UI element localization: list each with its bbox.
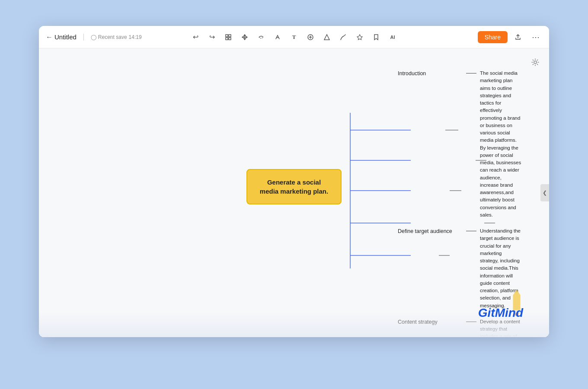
toolbar-left: ← Untitled ◯ Recent save 14:19 — [46, 33, 142, 41]
undo-button[interactable]: ↩ — [189, 30, 202, 44]
draw-tool-button[interactable] — [336, 30, 350, 44]
branch-label-introduction: Introduction — [398, 70, 463, 77]
add-tool-button[interactable] — [304, 30, 317, 44]
save-label: Recent save — [98, 34, 127, 40]
document-title: Untitled — [54, 33, 77, 41]
svg-rect-0 — [226, 35, 228, 37]
save-info: ◯ Recent save 14:19 — [91, 34, 142, 40]
text-tool-button[interactable]: T — [287, 30, 301, 44]
shape-tool-button[interactable] — [320, 30, 334, 44]
canvas-area[interactable]: Generate a social media marketing plan. … — [39, 48, 549, 337]
central-node-text: Generate a social media marketing plan. — [260, 179, 328, 195]
watermark-text: GitMind — [478, 306, 523, 319]
branch-dash-introduction — [466, 73, 476, 73]
app-window: ← Untitled ◯ Recent save 14:19 ↩ ↪ — [39, 26, 549, 337]
style-tool-button[interactable] — [271, 30, 284, 44]
gitmind-watermark: GitMind — [478, 306, 523, 320]
move-tool-button[interactable] — [238, 30, 252, 44]
redo-button[interactable]: ↪ — [205, 30, 219, 44]
back-button[interactable]: ← Untitled — [46, 33, 77, 41]
select-tool-button[interactable] — [221, 30, 235, 44]
toolbar: ← Untitled ◯ Recent save 14:19 ↩ ↪ — [39, 26, 549, 48]
central-node[interactable]: Generate a social media marketing plan. — [246, 169, 342, 204]
canvas-settings-button[interactable] — [528, 55, 542, 69]
branch-target-audience: Define target audience Understanding the… — [398, 227, 521, 309]
clock-icon: ◯ — [91, 34, 96, 40]
branch-text-introduction: The social media marketing plan aims to … — [480, 70, 521, 219]
branch-label-target-audience: Define target audience — [398, 227, 463, 234]
collapse-panel-button[interactable]: ❮ — [540, 184, 549, 201]
more-options-button[interactable]: ⋯ — [528, 30, 542, 44]
bookmark-tool-button[interactable] — [369, 30, 383, 44]
share-button[interactable]: Share — [478, 31, 508, 43]
bottom-strip — [39, 311, 549, 337]
export-button[interactable] — [511, 30, 525, 44]
back-arrow-icon: ← — [46, 33, 53, 41]
pin-tool-button[interactable] — [353, 30, 367, 44]
toolbar-divider — [83, 34, 84, 41]
branch-dash-target-audience — [466, 231, 476, 231]
connect-tool-button[interactable] — [254, 30, 268, 44]
toolbar-center: ↩ ↪ — [189, 30, 399, 44]
svg-rect-3 — [229, 38, 231, 40]
branch-introduction: Introduction The social media marketing … — [398, 70, 521, 219]
ai-tool-button[interactable]: AI — [386, 30, 399, 44]
svg-rect-1 — [229, 35, 231, 37]
save-time: 14:19 — [129, 34, 142, 40]
toolbar-right: Share ⋯ — [478, 30, 542, 44]
svg-rect-2 — [226, 38, 228, 40]
